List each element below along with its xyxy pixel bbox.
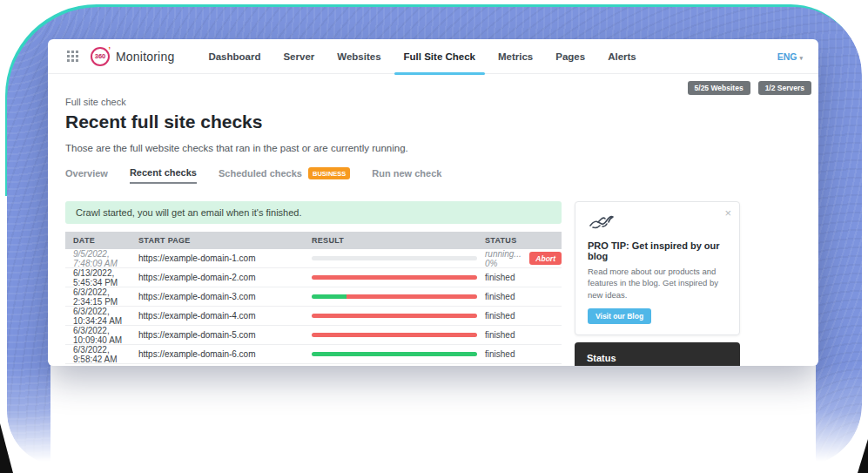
top-navbar: 360 ’ Monitoring DashboardServerWebsites… bbox=[48, 39, 818, 74]
start-page-link[interactable]: https://example-domain-1.com bbox=[138, 253, 312, 263]
success-banner: Crawl started, you will get an email whe… bbox=[65, 201, 562, 224]
status-text: finished bbox=[485, 273, 515, 282]
result-cell bbox=[312, 333, 485, 337]
bar-segment-red bbox=[312, 333, 477, 337]
app-window: 360 ’ Monitoring DashboardServerWebsites… bbox=[48, 39, 818, 366]
nav-item-dashboard[interactable]: Dashboard bbox=[197, 39, 272, 74]
sidebar-column: × PRO TIP: Get inspired by our blog Read… bbox=[575, 201, 740, 366]
close-icon[interactable]: × bbox=[724, 206, 731, 220]
breadcrumb: Full site check bbox=[65, 97, 818, 107]
table-body: 9/5/2022, 7:48:09 AMhttps://example-doma… bbox=[65, 249, 562, 364]
status-cell: finished bbox=[485, 273, 562, 282]
tab-run-new-check[interactable]: Run new check bbox=[372, 168, 441, 183]
nav-item-pages[interactable]: Pages bbox=[544, 39, 596, 74]
status-text: finished bbox=[485, 330, 515, 340]
nav-item-full-site-check[interactable]: Full Site Check bbox=[393, 39, 487, 74]
result-progress-bar bbox=[312, 333, 477, 337]
table-row: 6/3/2022, 10:34:24 AMhttps://example-dom… bbox=[65, 307, 562, 326]
handshake-doodle-icon bbox=[588, 212, 616, 233]
nav-item-websites[interactable]: Websites bbox=[326, 39, 392, 74]
nav-item-metrics[interactable]: Metrics bbox=[487, 39, 544, 74]
usage-badges-row: 5/25 Websites1/2 Servers bbox=[48, 74, 818, 95]
check-date: 9/5/2022, 7:48:09 AM bbox=[65, 249, 138, 268]
page-description: Those are the full website checks that r… bbox=[65, 143, 818, 153]
status-cell: running... 0%Abort bbox=[485, 249, 562, 268]
tab-label: Overview bbox=[65, 168, 108, 179]
bar-segment-red bbox=[347, 294, 477, 299]
check-date: 6/3/2022, 10:09:40 AM bbox=[65, 326, 138, 345]
result-progress-bar bbox=[312, 256, 477, 260]
result-cell bbox=[312, 314, 485, 318]
result-cell bbox=[312, 275, 485, 280]
tab-recent-checks[interactable]: Recent checks bbox=[130, 167, 197, 184]
status-text: finished bbox=[485, 292, 515, 301]
business-badge: BUSINESS bbox=[308, 167, 350, 179]
tab-label: Scheduled checks bbox=[219, 168, 302, 179]
start-page-link[interactable]: https://example-domain-5.com bbox=[138, 330, 312, 340]
column-header-result: RESULT bbox=[312, 236, 485, 245]
table-row: 6/3/2022, 10:09:40 AMhttps://example-dom… bbox=[65, 326, 562, 345]
pro-tip-card: × PRO TIP: Get inspired by our blog Read… bbox=[575, 201, 740, 335]
language-selector[interactable]: ENG▾ bbox=[777, 51, 803, 62]
table-row: 6/13/2022, 5:45:34 PMhttps://example-dom… bbox=[65, 268, 562, 287]
chevron-down-icon: ▾ bbox=[799, 55, 803, 61]
logo-flame-icon: ’ bbox=[108, 45, 111, 54]
usage-badge-1-2-servers[interactable]: 1/2 Servers bbox=[758, 81, 811, 95]
result-progress-bar bbox=[312, 314, 477, 318]
tab-overview[interactable]: Overview bbox=[65, 168, 108, 183]
brand-logo[interactable]: 360 ’ Monitoring bbox=[91, 47, 174, 66]
result-progress-bar bbox=[312, 275, 477, 280]
usage-badge-5-25-websites[interactable]: 5/25 Websites bbox=[688, 81, 750, 95]
start-page-link[interactable]: https://example-domain-6.com bbox=[138, 349, 312, 359]
decor-wedge-right bbox=[858, 439, 868, 473]
white-underlay bbox=[50, 362, 816, 473]
result-cell bbox=[312, 294, 485, 299]
status-card-title: Status bbox=[587, 353, 728, 363]
status-cell: finished bbox=[485, 311, 562, 321]
status-text: finished bbox=[485, 311, 515, 321]
page-background: 360 ’ Monitoring DashboardServerWebsites… bbox=[0, 0, 868, 473]
column-header-status: STATUS bbox=[485, 236, 562, 245]
nav-item-alerts[interactable]: Alerts bbox=[596, 39, 648, 74]
checks-table: DATESTART PAGERESULTSTATUS 9/5/2022, 7:4… bbox=[65, 232, 562, 364]
result-progress-bar bbox=[312, 352, 477, 356]
abort-button[interactable]: Abort bbox=[529, 252, 562, 265]
result-cell bbox=[312, 256, 485, 260]
status-cell: finished bbox=[485, 330, 562, 340]
column-header-start-page: START PAGE bbox=[138, 236, 312, 245]
check-date: 6/13/2022, 5:45:34 PM bbox=[65, 268, 138, 287]
page-title: Recent full site checks bbox=[65, 111, 818, 132]
nav-item-server[interactable]: Server bbox=[272, 39, 326, 74]
start-page-link[interactable]: https://example-domain-4.com bbox=[138, 311, 312, 321]
bar-segment-red bbox=[312, 314, 477, 318]
status-cell: finished bbox=[485, 349, 562, 359]
table-header: DATESTART PAGERESULTSTATUS bbox=[65, 232, 562, 249]
result-cell bbox=[312, 352, 485, 356]
table-row: 6/3/2022, 2:34:15 PMhttps://example-doma… bbox=[65, 287, 562, 307]
bar-segment-red bbox=[312, 275, 477, 280]
start-page-link[interactable]: https://example-domain-3.com bbox=[138, 292, 312, 301]
logo-360-icon: 360 ’ bbox=[91, 47, 110, 66]
tab-scheduled-checks[interactable]: Scheduled checksBUSINESS bbox=[219, 167, 350, 184]
status-cell: finished bbox=[485, 292, 562, 301]
checks-column: Crawl started, you will get an email whe… bbox=[65, 201, 562, 366]
start-page-link[interactable]: https://example-domain-2.com bbox=[138, 273, 312, 282]
brand-name: Monitoring bbox=[116, 50, 174, 64]
column-header-date: DATE bbox=[65, 236, 138, 245]
app-launcher-icon[interactable] bbox=[67, 51, 78, 62]
visit-blog-button[interactable]: Visit our Blog bbox=[588, 308, 651, 324]
pro-tip-title: PRO TIP: Get inspired by our blog bbox=[588, 240, 727, 261]
result-progress-bar bbox=[312, 294, 477, 299]
tab-label: Recent checks bbox=[130, 167, 197, 178]
main-nav: DashboardServerWebsitesFull Site CheckMe… bbox=[197, 39, 647, 74]
status-text: finished bbox=[485, 349, 515, 359]
tab-label: Run new check bbox=[372, 168, 441, 179]
table-row: 9/5/2022, 7:48:09 AMhttps://example-doma… bbox=[65, 249, 562, 268]
pro-tip-body: Read more about our products and feature… bbox=[588, 266, 727, 301]
tab-bar: OverviewRecent checksScheduled checksBUS… bbox=[65, 167, 818, 184]
check-date: 6/3/2022, 9:58:42 AM bbox=[65, 345, 138, 364]
table-row: 6/3/2022, 9:58:42 AMhttps://example-doma… bbox=[65, 345, 562, 364]
bar-segment-green bbox=[312, 294, 347, 299]
status-card: Status SERVERS0 open alert(s)0 servers d… bbox=[575, 342, 740, 366]
bar-segment-green bbox=[312, 352, 477, 356]
